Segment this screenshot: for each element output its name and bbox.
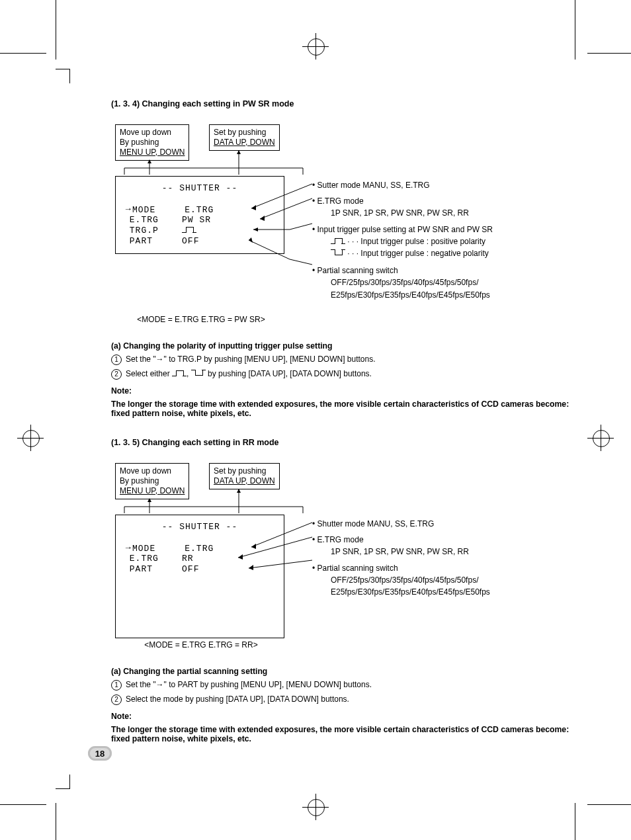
crop-corner bbox=[56, 0, 56, 60]
crop-corner bbox=[575, 803, 575, 840]
diagram-rr: Move up down By pushing MENU UP, DOWN Se… bbox=[111, 452, 574, 638]
svg-marker-6 bbox=[249, 565, 253, 570]
note-body: The longer the storage time with extende… bbox=[111, 725, 574, 743]
diagram-connectors bbox=[111, 114, 574, 312]
svg-marker-1 bbox=[260, 216, 265, 221]
crop-corner bbox=[0, 804, 46, 805]
crop-corner bbox=[0, 53, 46, 54]
sub-a-heading: (a) Changing the polarity of inputting t… bbox=[111, 341, 574, 351]
step-number-icon: 1 bbox=[111, 355, 122, 365]
note-title: Note: bbox=[111, 712, 574, 721]
crop-corner bbox=[56, 803, 56, 840]
section-1-heading: (1. 3. 4) Changing each setting in PW SR… bbox=[111, 99, 574, 108]
crop-mark-left bbox=[17, 425, 44, 451]
svg-marker-3 bbox=[249, 237, 253, 243]
step-1: 1Set the "→" to PART by pushing [MENU UP… bbox=[111, 680, 574, 691]
diagram-pw-sr: Move up down By pushing MENU UP, DOWN Se… bbox=[111, 114, 574, 312]
step-1: 1Set the "→" to TRG.P by pushing [MENU U… bbox=[111, 355, 574, 365]
svg-marker-5 bbox=[238, 554, 243, 560]
note-body: The longer the storage time with extende… bbox=[111, 399, 574, 418]
step-number-icon: 2 bbox=[111, 369, 122, 380]
crop-mark-top bbox=[302, 33, 329, 60]
crop-corner bbox=[575, 0, 575, 60]
svg-marker-4 bbox=[251, 544, 256, 549]
diagram-caption: <MODE = E.TRG E.TRG = PW SR> bbox=[115, 315, 287, 324]
page-number-badge: 18 bbox=[88, 746, 112, 761]
page-number: 18 bbox=[95, 749, 105, 759]
step-number-icon: 2 bbox=[111, 694, 122, 705]
crop-corner bbox=[69, 69, 70, 83]
step-number-icon: 1 bbox=[111, 680, 122, 691]
crop-mark-right bbox=[587, 425, 614, 451]
sub-a-heading: (a) Changing the partial scanning settin… bbox=[111, 667, 574, 676]
section-2-heading: (1. 3. 5) Changing each setting in RR mo… bbox=[111, 438, 574, 447]
note-title: Note: bbox=[111, 386, 574, 396]
crop-corner bbox=[56, 69, 70, 69]
diagram-connectors bbox=[111, 452, 574, 651]
svg-marker-0 bbox=[251, 205, 256, 210]
crop-corner bbox=[69, 775, 70, 789]
step-2: 2Select the mode by pushing [DATA UP], [… bbox=[111, 694, 574, 705]
crop-mark-bottom bbox=[302, 794, 329, 820]
svg-marker-2 bbox=[253, 228, 258, 231]
crop-corner bbox=[56, 788, 70, 789]
crop-corner bbox=[587, 53, 631, 54]
step-2: 2Select either , by pushing [DATA UP], [… bbox=[111, 369, 574, 380]
crop-corner bbox=[587, 804, 631, 805]
